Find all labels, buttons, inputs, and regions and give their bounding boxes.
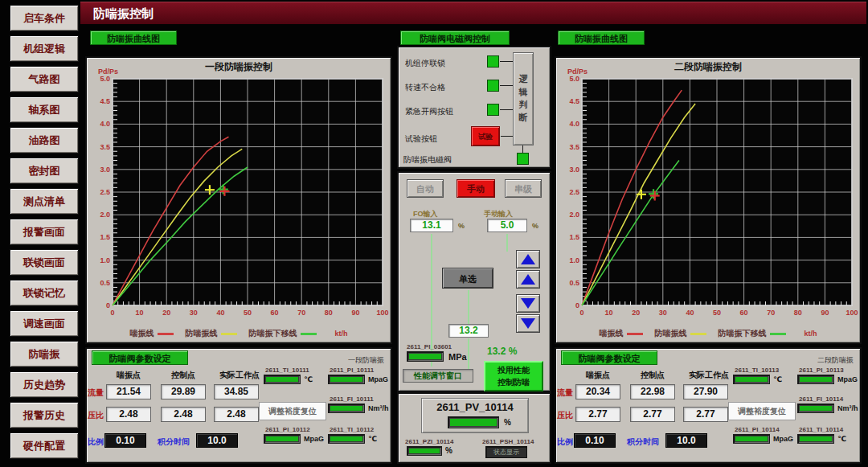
param-value-R-r0c2[interactable]: 27.90 (683, 384, 728, 399)
x-tick-label: 20 (162, 309, 170, 317)
integral-time-label: 积分时间 (158, 436, 190, 448)
left-chart-section-label: 防喘振曲线图 (90, 31, 177, 45)
param-value-L-r0c1[interactable]: 29.89 (161, 384, 206, 399)
instrument-led-display-2 (797, 404, 834, 413)
test-button[interactable]: 试验 (471, 126, 500, 146)
x-tick-label: 40 (216, 309, 224, 317)
legend-entry-1: 防喘振线 (185, 328, 237, 339)
led-fill (330, 436, 362, 441)
legend-label: 防喘振线 (185, 328, 217, 339)
instrument-led-display-4 (797, 434, 834, 444)
proportional-field[interactable]: 0.10 (104, 433, 146, 448)
sidebar-item-4[interactable]: 油路图 (10, 127, 79, 154)
sidebar-item-14[interactable]: 硬件配置 (10, 432, 79, 459)
led-fill (330, 406, 362, 411)
y-tick-label: 5.0 (100, 75, 110, 83)
instrument-led-display-0 (264, 375, 301, 384)
x-tick-label: 0 (110, 309, 114, 317)
sidebar-item-5[interactable]: 密封图 (10, 158, 79, 184)
instrument-led-display-1 (797, 375, 834, 384)
mode-cascade-button[interactable]: 串级 (505, 179, 542, 198)
param-value-R-r1c0[interactable]: 2.77 (575, 407, 620, 422)
pzi-led-display (407, 446, 442, 456)
valve-control-panel: 自动 手动 串级 FO输入 手动输入 13.1 % 5.0 % 单选 13.2 … (397, 171, 551, 392)
x-tick-label: 90 (821, 309, 829, 317)
performance-enable-button[interactable]: 投用性能 控制防喘 (484, 361, 543, 391)
x-tick-label: 60 (740, 309, 748, 317)
anti-surge-hmi-screen: 启车条件机组逻辑气路图轴系图油路图密封图测点清单报警画面联锁画面联锁记忆调速画面… (0, 0, 868, 467)
param-value-R-r1c2[interactable]: 2.77 (683, 407, 728, 422)
x-tick-label: 100 (845, 309, 858, 317)
instrument-tag-label-1: 2611_PI_10111 (330, 367, 374, 374)
param-row-label-0: 流量 (557, 387, 573, 399)
param-value-L-r1c2[interactable]: 2.48 (214, 407, 259, 422)
instrument-tag-label-3: 2611_PI_10114 (735, 426, 780, 433)
fo-input-field[interactable]: 13.1 (410, 219, 453, 232)
increase-button[interactable] (516, 270, 540, 289)
param-value-L-r1c0[interactable]: 2.48 (106, 407, 151, 422)
param-value-R-r0c1[interactable]: 22.98 (630, 384, 675, 399)
column-header-1: 控制点 (161, 370, 206, 381)
mode-auto-button[interactable]: 自动 (407, 179, 444, 198)
proportional-label: 比例 (557, 436, 573, 448)
manual-input-field[interactable]: 5.0 (487, 219, 527, 232)
manual-input-unit: % (532, 222, 538, 230)
connector-line (500, 61, 513, 62)
integral-time-field[interactable]: 10.0 (665, 433, 707, 448)
solenoid-input-label-0: 机组停联锁 (405, 58, 445, 69)
param-value-L-r1c1[interactable]: 2.48 (161, 407, 206, 422)
integral-time-field[interactable]: 10.0 (196, 433, 238, 448)
y-tick-label: 0 (106, 301, 110, 309)
sidebar-item-3[interactable]: 轴系图 (10, 96, 79, 123)
decrease-fast-button[interactable] (516, 314, 540, 333)
instrument-unit-4: ℃ (837, 435, 846, 443)
y-tick-label: 4.5 (100, 97, 110, 105)
sidebar-item-2[interactable]: 气路图 (10, 66, 79, 92)
param-value-L-r0c2[interactable]: 34.85 (214, 384, 259, 399)
instrument-led-display-4 (328, 434, 365, 444)
x-tick-label: 80 (325, 309, 333, 317)
enable-button-line1: 投用性能 (497, 364, 530, 376)
increase-fast-button[interactable] (516, 250, 540, 268)
sidebar-item-9[interactable]: 联锁记忆 (10, 280, 79, 306)
proportional-field[interactable]: 0.10 (574, 433, 616, 448)
proportional-label: 比例 (88, 436, 104, 448)
params-header: 防喘阀参数设定 (92, 350, 188, 365)
param-value-R-r0c0[interactable]: 20.34 (575, 384, 620, 399)
x-tick-label: 20 (632, 309, 640, 317)
y-tick-label: 4.5 (569, 97, 579, 105)
led-fill (409, 354, 441, 359)
sidebar-item-10[interactable]: 调速画面 (10, 310, 79, 337)
led-fill (800, 377, 832, 382)
decrease-button[interactable] (516, 294, 540, 313)
x-tick-label: 30 (190, 309, 198, 317)
legend-entry-2: 防喘振下移线 (718, 328, 786, 339)
led-fill (800, 406, 832, 411)
sidebar-item-6[interactable]: 测点清单 (10, 188, 79, 215)
psh-status-display: 状态显示 (485, 446, 527, 458)
performance-window-button[interactable]: 性能调节窗口 (403, 369, 473, 383)
sidebar-item-1[interactable]: 机组逻辑 (10, 35, 79, 62)
legend-swatch (221, 333, 237, 335)
single-select-button[interactable]: 单选 (442, 268, 493, 289)
param-value-R-r1c1[interactable]: 2.77 (630, 407, 675, 422)
pressure-unit: MPa (448, 352, 467, 362)
legend-label: 喘振线 (599, 328, 623, 339)
sidebar-item-12[interactable]: 历史趋势 (10, 371, 79, 398)
sidebar-item-0[interactable]: 启车条件 (10, 5, 79, 31)
y-tick-label: 0 (575, 301, 579, 309)
sidebar-item-7[interactable]: 报警画面 (10, 219, 79, 245)
setpoint-output-field[interactable]: 13.2 (448, 324, 489, 338)
sidebar-item-13[interactable]: 报警历史 (10, 402, 79, 428)
margin-reset-button[interactable]: 调整裕度复位 (259, 402, 326, 420)
margin-reset-button[interactable]: 调整裕度复位 (728, 402, 796, 420)
x-tick-label: 100 (376, 309, 388, 317)
instrument-tag-label-2: 2611_FI_10111 (330, 395, 374, 403)
param-value-L-r0c0[interactable]: 21.54 (106, 384, 151, 399)
mode-manual-button[interactable]: 手动 (457, 179, 495, 198)
param-row-label-1: 压比 (88, 410, 104, 421)
down-arrow-icon (521, 318, 535, 329)
first-stage-params-panel: 防喘阀参数设定一段防喘振喘振点控制点实际工作点流量21.5429.8934.85… (85, 347, 392, 464)
sidebar-item-11[interactable]: 防喘振 (10, 341, 79, 367)
sidebar-item-8[interactable]: 联锁画面 (10, 249, 79, 276)
